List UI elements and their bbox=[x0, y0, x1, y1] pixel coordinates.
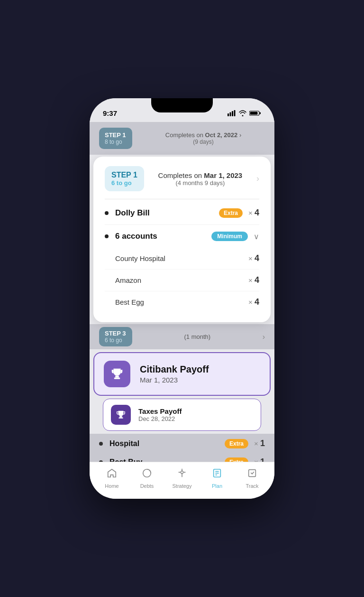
accounts-name: 6 accounts bbox=[115, 232, 207, 241]
svg-rect-7 bbox=[115, 376, 119, 378]
bullet-hospital bbox=[99, 442, 103, 446]
svg-rect-10 bbox=[118, 418, 123, 419]
county-hospital-name: County Hospital bbox=[115, 254, 243, 262]
home-icon bbox=[107, 468, 117, 481]
svg-rect-17 bbox=[249, 469, 256, 476]
bg-step-badge-top: STEP 1 8 to go bbox=[99, 128, 132, 149]
phone-screen: 9:37 bbox=[90, 98, 274, 499]
bullet-dolly bbox=[105, 211, 109, 215]
taxes-trophy-icon bbox=[111, 405, 131, 425]
strategy-icon bbox=[177, 468, 187, 481]
citibank-payoff-card[interactable]: Citibank Payoff Mar 1, 2023 bbox=[93, 352, 271, 396]
bullet-accounts bbox=[105, 234, 109, 238]
trophy-svg-small bbox=[116, 410, 126, 420]
status-time: 9:37 bbox=[103, 109, 117, 117]
svg-rect-8 bbox=[114, 378, 120, 379]
bg-duration-bottom: (1 month) bbox=[142, 333, 253, 340]
debts-icon bbox=[142, 468, 152, 481]
svg-rect-0 bbox=[228, 113, 229, 116]
dolly-bill-name: Dolly Bill bbox=[115, 208, 214, 218]
notch bbox=[151, 98, 213, 112]
bg-step-label-top: STEP 1 bbox=[105, 131, 127, 139]
card-header[interactable]: STEP 1 6 to go Completes on Mar 1, 2023 … bbox=[105, 166, 259, 199]
bg-step-count-top: 8 to go bbox=[105, 139, 127, 145]
county-hospital-item[interactable]: County Hospital × 4 bbox=[105, 248, 259, 270]
bg-step-count-bottom: 6 to go bbox=[105, 337, 127, 344]
accounts-header-item[interactable]: 6 accounts Minimum ∨ bbox=[105, 225, 259, 248]
hospital-multiplier: × 1 bbox=[248, 438, 265, 448]
accounts-badge: Minimum bbox=[211, 232, 248, 241]
bg-completion-bottom: (1 month) bbox=[142, 333, 253, 340]
main-step-count: 6 to go bbox=[111, 179, 137, 187]
bg-step-bottom: STEP 3 6 to go (1 month) › bbox=[90, 324, 274, 349]
svg-rect-3 bbox=[234, 110, 236, 116]
main-duration: (4 months 9 days) bbox=[152, 179, 249, 187]
main-step-label: STEP 1 bbox=[111, 171, 137, 179]
citibank-payoff-info: Citibank Payoff Mar 1, 2023 bbox=[140, 364, 209, 384]
taxes-payoff-card[interactable]: Taxes Payoff Dec 28, 2022 bbox=[103, 399, 261, 431]
bg-chevron-bottom: › bbox=[263, 333, 265, 341]
amazon-multiplier: × 4 bbox=[243, 275, 259, 285]
svg-rect-6 bbox=[250, 112, 258, 114]
citibank-payoff-name: Citibank Payoff bbox=[140, 364, 209, 375]
amazon-item[interactable]: Amazon × 4 bbox=[105, 270, 259, 291]
county-hospital-multiplier: × 4 bbox=[243, 253, 259, 263]
bg-completes-prefix-top: Completes on bbox=[165, 131, 205, 139]
bg-step-label-bottom: STEP 3 bbox=[105, 330, 127, 337]
main-chevron-right: › bbox=[256, 174, 259, 184]
dolly-bill-multiplier: × 4 bbox=[243, 208, 259, 218]
nav-plan-label: Plan bbox=[212, 483, 222, 489]
nav-track-label: Track bbox=[246, 483, 258, 489]
main-completes-date: Mar 1, 2023 bbox=[204, 171, 242, 179]
bottom-nav: Home Debts bbox=[90, 462, 274, 499]
signal-icon bbox=[228, 110, 236, 116]
taxes-payoff-date: Dec 28, 2022 bbox=[138, 415, 182, 422]
amazon-name: Amazon bbox=[115, 276, 243, 284]
nav-plan[interactable]: Plan bbox=[200, 468, 235, 489]
completion-info: Completes on Mar 1, 2023 (4 months 9 day… bbox=[152, 171, 249, 187]
main-completes-prefix: Completes on bbox=[158, 171, 204, 179]
svg-point-12 bbox=[181, 471, 183, 474]
nav-strategy-label: Strategy bbox=[173, 483, 192, 489]
svg-rect-5 bbox=[260, 112, 261, 114]
best-egg-name: Best Egg bbox=[115, 298, 243, 306]
status-icons bbox=[228, 110, 261, 116]
svg-rect-9 bbox=[119, 416, 122, 418]
nav-track[interactable]: Track bbox=[235, 468, 270, 489]
bg-step-top: STEP 1 8 to go Completes on Oct 2, 2022 … bbox=[90, 122, 274, 155]
wifi-icon bbox=[239, 110, 246, 116]
nav-home[interactable]: Home bbox=[94, 468, 129, 489]
bg-duration-top: (9 days) bbox=[142, 139, 265, 145]
hospital-name: Hospital bbox=[109, 439, 220, 448]
main-card: STEP 1 6 to go Completes on Mar 1, 2023 … bbox=[93, 157, 271, 322]
track-icon bbox=[247, 468, 257, 481]
nav-debts-label: Debts bbox=[140, 483, 154, 489]
trophy-svg-large bbox=[110, 367, 124, 381]
nav-home-label: Home bbox=[105, 483, 118, 489]
accounts-chevron[interactable]: ∨ bbox=[254, 232, 259, 241]
dolly-bill-badge: Extra bbox=[219, 208, 243, 218]
main-completes-line: Completes on Mar 1, 2023 bbox=[152, 171, 249, 179]
svg-rect-1 bbox=[230, 112, 231, 116]
best-egg-item[interactable]: Best Egg × 4 bbox=[105, 291, 259, 313]
plan-icon bbox=[212, 468, 222, 481]
bg-completion-top: Completes on Oct 2, 2022 › (9 days) bbox=[142, 131, 265, 145]
bg-completes-text-top: Completes on Oct 2, 2022 › bbox=[142, 131, 265, 139]
bg-step-badge-bottom: STEP 3 6 to go bbox=[99, 327, 132, 346]
step-badge-main: STEP 1 6 to go bbox=[105, 166, 144, 191]
bg-chevron-top: › bbox=[239, 131, 241, 139]
taxes-payoff-info: Taxes Payoff Dec 28, 2022 bbox=[138, 407, 182, 422]
nav-strategy[interactable]: Strategy bbox=[164, 468, 200, 489]
citibank-payoff-date: Mar 1, 2023 bbox=[140, 376, 209, 384]
phone-frame: 9:37 bbox=[90, 98, 274, 499]
bg-completes-date-top: Oct 2, 2022 bbox=[205, 131, 238, 139]
citibank-trophy-icon bbox=[104, 361, 130, 387]
svg-rect-2 bbox=[232, 111, 233, 116]
hospital-badge: Extra bbox=[225, 439, 248, 448]
dolly-bill-item[interactable]: Dolly Bill Extra × 4 bbox=[105, 201, 259, 225]
nav-debts[interactable]: Debts bbox=[129, 468, 164, 489]
battery-icon bbox=[249, 110, 261, 116]
hospital-bg-row: Hospital Extra × 1 bbox=[90, 434, 274, 453]
taxes-payoff-name: Taxes Payoff bbox=[138, 407, 182, 415]
best-egg-multiplier: × 4 bbox=[243, 297, 259, 307]
